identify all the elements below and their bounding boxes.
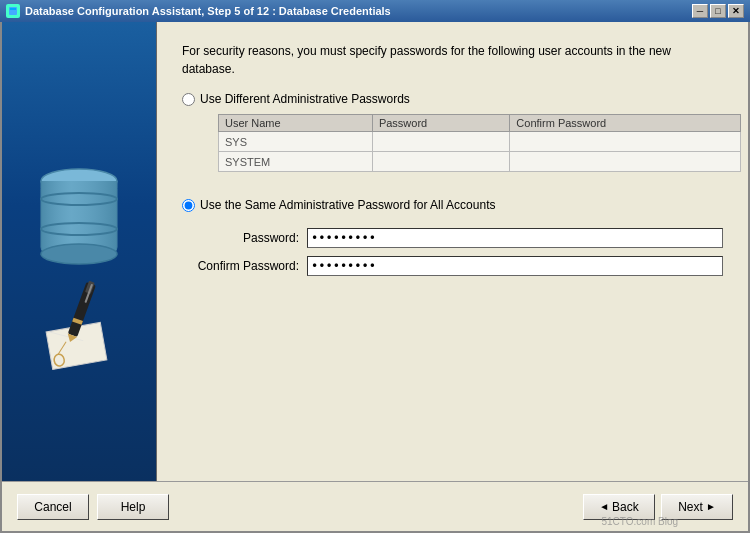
confirm-password-input[interactable] [307,256,723,276]
title-bar: Database Configuration Assistant, Step 5… [0,0,750,22]
next-arrow-icon: ► [706,501,716,512]
title-bar-title: Database Configuration Assistant, Step 5… [25,5,692,17]
table-row: SYS [219,132,741,152]
table-header-row: User Name Password Confirm Password [219,115,741,132]
sys-password [372,132,509,152]
content-area: For security reasons, you must specify p… [2,22,748,481]
col-confirm: Confirm Password [510,115,741,132]
password-input[interactable] [307,228,723,248]
drum-illustration [34,159,124,272]
password-section: Password: Confirm Password: [182,228,723,284]
table-row: SYSTEM [219,152,741,172]
confirm-password-label: Confirm Password: [182,259,307,273]
same-password-radio[interactable] [182,199,195,212]
next-label: Next [678,500,703,514]
confirm-password-field-row: Confirm Password: [182,256,723,276]
maximize-button[interactable]: □ [710,4,726,18]
cancel-button[interactable]: Cancel [17,494,89,520]
different-passwords-radio[interactable] [182,93,195,106]
col-password: Password [372,115,509,132]
instructions-line1: For security reasons, you must specify p… [182,44,671,58]
system-password [372,152,509,172]
user-table-wrapper: User Name Password Confirm Password SYS [200,114,723,186]
svg-rect-1 [10,8,16,10]
help-button[interactable]: Help [97,494,169,520]
same-password-text: Use the Same Administrative Password for… [200,198,495,212]
title-bar-icon [6,4,20,18]
bottom-bar: Cancel Help ◄ Back Next ► 51CTO.com Blog [2,481,748,531]
back-label: Back [612,500,639,514]
different-passwords-label[interactable]: Use Different Administrative Passwords [182,92,723,106]
system-username: SYSTEM [219,152,373,172]
system-confirm [510,152,741,172]
same-password-label[interactable]: Use the Same Administrative Password for… [182,198,723,212]
pen-paper-illustration [29,272,129,375]
left-panel [2,22,157,481]
left-panel-image [2,22,156,481]
different-passwords-text: Use Different Administrative Passwords [200,92,410,106]
back-arrow-icon: ◄ [599,501,609,512]
minimize-button[interactable]: ─ [692,4,708,18]
right-panel: For security reasons, you must specify p… [157,22,748,481]
watermark: 51CTO.com Blog [601,516,678,527]
sys-confirm [510,132,741,152]
same-password-option[interactable]: Use the Same Administrative Password for… [182,198,723,212]
svg-point-5 [41,244,117,264]
instructions-text: For security reasons, you must specify p… [182,42,723,78]
main-window: For security reasons, you must specify p… [0,22,750,533]
sys-username: SYS [219,132,373,152]
bottom-left-buttons: Cancel Help [17,494,169,520]
password-field-row: Password: [182,228,723,248]
title-bar-controls[interactable]: ─ □ ✕ [692,4,744,18]
col-username: User Name [219,115,373,132]
user-table: User Name Password Confirm Password SYS [218,114,741,172]
password-label: Password: [182,231,307,245]
instructions-line2: database. [182,62,235,76]
different-passwords-option[interactable]: Use Different Administrative Passwords [182,92,723,106]
close-button[interactable]: ✕ [728,4,744,18]
